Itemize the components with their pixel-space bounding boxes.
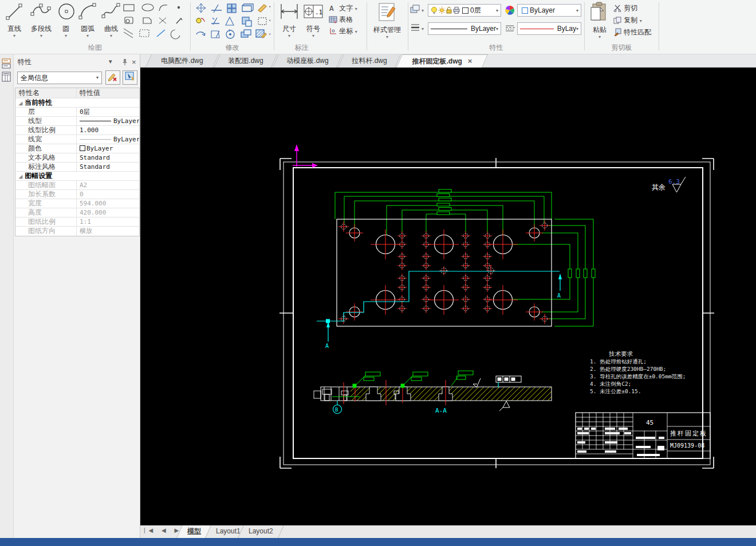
ribbon-group-style: 样式管理▾	[367, 0, 408, 54]
match-properties-label: 特性匹配	[624, 28, 651, 36]
text-button[interactable]: A 文字 ▾	[329, 3, 357, 14]
chevron-down-icon[interactable]: ▾	[101, 34, 121, 38]
line-label: 直线	[3, 24, 25, 34]
chevron-down-icon[interactable]: ▾	[3, 34, 25, 38]
layer-tools-button[interactable]	[410, 5, 420, 15]
pick-object-button[interactable]	[123, 70, 137, 85]
chevron-down-icon[interactable]: ▾	[278, 34, 300, 38]
document-tab-bar: 电脑配件.dwg 装配图.dwg 动模座板.dwg 拉料杆.dwg 推杆固定板.…	[140, 54, 756, 68]
tolerance-frame	[496, 376, 521, 382]
doc-tab-4[interactable]: 拉料杆.dwg	[341, 54, 398, 68]
polyline-label: 多段线	[26, 24, 56, 34]
scope-select[interactable]: 全局信息▾	[17, 72, 102, 84]
chevron-down-icon[interactable]: ▾	[640, 18, 642, 23]
modify-icons[interactable]: ▾▾▾	[194, 2, 272, 41]
properties-palette-icon[interactable]	[2, 58, 12, 69]
prop-row-linetype-scale: 线型比例 1.000	[15, 126, 139, 135]
chevron-down-icon[interactable]: ▾	[576, 8, 578, 13]
copy-icon	[613, 17, 622, 24]
table-header: 特性名 特性值	[15, 88, 139, 98]
library-palette-icon[interactable]	[2, 72, 12, 83]
section-label-right: A	[557, 292, 561, 299]
polyline-icon	[30, 2, 53, 21]
style-manager-icon	[377, 2, 397, 22]
application-window: 直线▾ 多段线▾ 圆▾ 圆弧▾ 曲线▾	[0, 0, 756, 546]
title-block: 45 推杆固定板 MJ09139-08	[576, 413, 710, 458]
polyline-button[interactable]: 多段线▾	[26, 2, 56, 41]
chevron-down-icon[interactable]: ▾	[369, 35, 405, 39]
col-value-header: 特性值	[77, 88, 139, 98]
tab-layout2[interactable]: Layout2	[241, 525, 281, 538]
chevron-down-icon[interactable]: ▾	[57, 34, 74, 38]
ribbon-group-properties: ▾ 0层 ▾ ByLayer ▾ ▾ ByLayer	[408, 0, 584, 54]
dimension-icon	[279, 2, 300, 21]
line-button[interactable]: 直线▾	[3, 2, 25, 41]
close-icon[interactable]: ×	[468, 57, 472, 65]
chevron-down-icon[interactable]: ▾	[26, 34, 56, 38]
clipboard-group-label: 剪切板	[585, 43, 659, 53]
group-current[interactable]: ◢当前特性	[15, 98, 139, 108]
properties-group-label: 特性	[408, 43, 584, 53]
annotate-group-label: 标注	[274, 43, 329, 53]
arc-label: 圆弧	[76, 24, 99, 34]
arc-icon	[78, 2, 97, 21]
chevron-down-icon[interactable]: ▾	[76, 34, 99, 38]
svg-text:▾: ▾	[269, 5, 271, 9]
paste-button[interactable]: 粘贴▾	[589, 2, 611, 41]
style-manager-button[interactable]: 样式管理▾	[369, 2, 405, 41]
status-strip	[0, 538, 756, 546]
circle-button[interactable]: 圆▾	[57, 2, 74, 41]
svg-text:1. 热处理前钻好通孔;: 1. 热处理前钻好通孔;	[590, 358, 647, 365]
chevron-down-icon[interactable]: ▾	[422, 26, 424, 31]
chevron-down-icon[interactable]: ▾	[589, 35, 611, 39]
match-properties-button[interactable]: 特性匹配	[613, 27, 651, 38]
coordinate-button[interactable]: 坐标 ▾	[329, 26, 357, 37]
chevron-down-icon[interactable]: ▾	[422, 8, 424, 13]
draw-extra-icons[interactable]	[123, 2, 189, 40]
chevron-down-icon[interactable]: ▾	[355, 6, 357, 11]
edit-properties-button[interactable]	[105, 70, 120, 85]
datum-triangle-icon	[499, 401, 510, 411]
linetype-select[interactable]: ByLay ▾	[517, 22, 581, 35]
prop-row-sheet-size: 图纸幅面 A2	[15, 181, 139, 190]
ribbon-group-annotate: 尺寸▾ .1 符号▾ A 文字 ▾ + 表格 坐标 ▾ 标注	[274, 0, 367, 54]
color-value: ByLayer	[530, 6, 555, 14]
svg-text:▾: ▾	[269, 18, 271, 23]
arc-button[interactable]: 圆弧▾	[76, 2, 99, 41]
panel-dropdown-icon[interactable]: ▾	[109, 58, 112, 65]
pin-icon[interactable]	[121, 58, 128, 66]
prop-row-orientation: 图纸方向 横放	[15, 227, 139, 236]
chevron-down-icon[interactable]: ▾	[496, 8, 498, 13]
doc-tab-2[interactable]: 装配图.dwg	[217, 54, 274, 68]
group-sheet[interactable]: ◢图幅设置	[15, 172, 139, 181]
svg-text:+: +	[334, 19, 337, 23]
chevron-down-icon[interactable]: ▾	[302, 34, 324, 38]
layers-icon	[410, 5, 420, 15]
lineweight-select[interactable]: ByLayer ▾	[428, 22, 501, 35]
color-select[interactable]: ByLayer ▾	[517, 4, 581, 17]
drawing-canvas[interactable]: 其余 6.3	[140, 68, 756, 525]
tab-model[interactable]: 模型	[179, 525, 209, 538]
lineweight-tools-button[interactable]	[410, 23, 420, 33]
dimension-button[interactable]: 尺寸▾	[278, 2, 300, 41]
chevron-down-icon[interactable]: ▾	[496, 26, 498, 31]
lock-icon	[446, 6, 452, 14]
doc-tab-1[interactable]: 电脑配件.dwg	[148, 54, 216, 68]
paste-icon	[590, 2, 609, 22]
panel-close-icon[interactable]: ×	[132, 58, 136, 66]
layer-select[interactable]: 0层 ▾	[428, 4, 501, 17]
chevron-down-icon[interactable]: ▾	[355, 29, 357, 34]
table-button[interactable]: + 表格	[329, 15, 353, 25]
symbol-button[interactable]: .1 符号▾	[302, 2, 324, 41]
surface-finish-note: 其余 6.3	[652, 177, 686, 192]
doc-tab-5-active[interactable]: 推杆固定板.dwg×	[399, 54, 485, 68]
spline-label: 曲线	[101, 24, 121, 34]
doc-tab-3[interactable]: 动模座板.dwg	[275, 54, 340, 68]
prop-row-scale: 图纸比例 1:1	[15, 217, 139, 227]
copy-button[interactable]: 复制 ▾	[613, 15, 642, 26]
spline-button[interactable]: 曲线▾	[101, 2, 121, 41]
prop-row-color: 颜色 ByLayer	[15, 144, 139, 153]
cut-button[interactable]: 剪切	[613, 3, 637, 14]
chevron-down-icon[interactable]: ▾	[576, 26, 578, 31]
edit-icon	[107, 71, 119, 82]
